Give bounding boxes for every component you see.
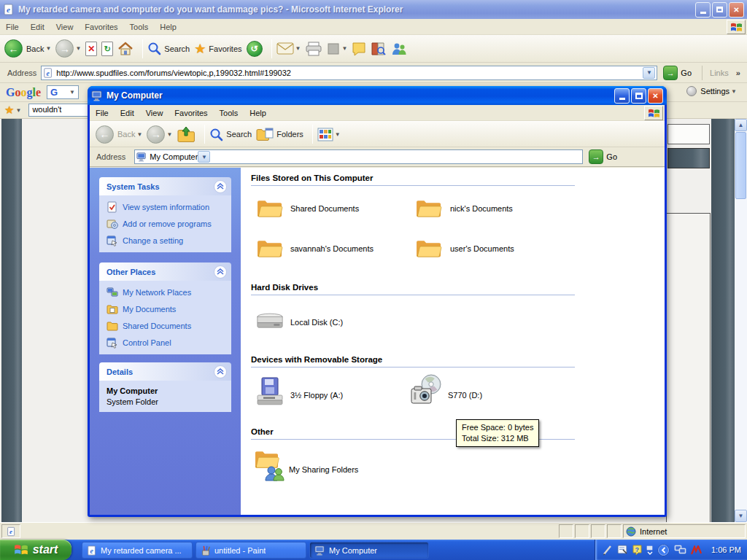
ie-search-button[interactable]: Search <box>147 42 190 55</box>
mc-search-button[interactable]: Search <box>209 128 252 141</box>
mc-address-field[interactable]: My Computer ▼ <box>134 149 583 164</box>
ie-discuss-button[interactable] <box>352 42 366 56</box>
google-search-box[interactable]: G ▼ <box>47 85 79 99</box>
item-label-nicks-documents[interactable]: nick's Documents <box>450 204 513 213</box>
task-link-label[interactable]: Shared Documents <box>123 322 191 330</box>
task-link-label[interactable]: My Network Places <box>123 288 191 297</box>
task-link-change-a-setting[interactable]: Change a setting <box>107 235 227 246</box>
mc-minimize-button[interactable] <box>614 88 630 104</box>
ie-messenger-button[interactable] <box>391 42 407 56</box>
views-dropdown-icon[interactable]: ▼ <box>335 131 341 138</box>
chevron-double-icon[interactable]: » <box>736 69 740 77</box>
taskbar-clock[interactable]: 1:06 PM <box>711 545 741 554</box>
mc-menu-tools[interactable]: Tools <box>214 106 244 120</box>
mc-folders-button[interactable]: Folders <box>256 127 303 141</box>
ie-restore-button[interactable] <box>712 2 727 18</box>
item-label-floppy-a[interactable]: 3½ Floppy (A:) <box>290 391 343 400</box>
item-label-my-sharing-folders[interactable]: My Sharing Folders <box>289 465 358 474</box>
ie-research-button[interactable] <box>371 42 387 56</box>
chevron-up-icon[interactable] <box>214 365 227 378</box>
mc-menu-edit[interactable]: Edit <box>115 106 140 120</box>
help-tray-icon[interactable]: ? <box>632 545 642 555</box>
mc-maximize-button[interactable] <box>631 88 646 104</box>
scrollbar-down-icon[interactable]: ▼ <box>735 510 747 522</box>
item-label-local-disk-c[interactable]: Local Disk (C:) <box>290 318 343 327</box>
ie-refresh-button[interactable]: ↻ <box>101 42 113 56</box>
taskbar-button-my-computer[interactable]: My Computer <box>309 542 429 559</box>
task-link-view-system-information[interactable]: View system information <box>107 201 227 213</box>
scrollbar-thumb[interactable] <box>735 132 746 199</box>
google-dropdown-icon[interactable]: ▼ <box>69 89 75 96</box>
scrollbar-up-icon[interactable]: ▲ <box>735 119 747 131</box>
forward-dropdown-icon[interactable]: ▼ <box>166 131 172 138</box>
mc-views-button[interactable]: ▼ <box>317 128 341 141</box>
ie-scrollbar[interactable]: ▲ ▼ <box>735 119 747 522</box>
address-dropdown-icon[interactable]: ▼ <box>643 67 655 79</box>
ie-home-button[interactable] <box>117 42 133 56</box>
back-dropdown-icon[interactable]: ▼ <box>45 45 51 52</box>
bookmark-dropdown-icon[interactable]: ▼ <box>15 107 21 114</box>
item-label-savannahs-documents[interactable]: savannah's Documents <box>290 244 374 253</box>
forward-dropdown-icon[interactable]: ▼ <box>75 45 81 52</box>
my-computer-titlebar[interactable]: My Computer ✕ <box>88 86 667 105</box>
ie-address-field[interactable]: e http://www.spudfiles.com/forums/viewto… <box>41 66 657 80</box>
item-label-s770-d[interactable]: S770 (D:) <box>448 391 482 400</box>
ie-menu-tools[interactable]: Tools <box>124 20 155 34</box>
stylus-tray-icon[interactable] <box>603 545 613 556</box>
details-header[interactable]: Details <box>99 362 231 381</box>
mc-close-button[interactable]: ✕ <box>648 88 663 104</box>
back-dropdown-icon[interactable]: ▼ <box>136 131 142 138</box>
google-settings-button[interactable]: Settings ▼ <box>686 86 737 96</box>
hard-disk-icon[interactable] <box>255 311 285 330</box>
ie-menu-view[interactable]: View <box>50 20 80 34</box>
task-link-shared-documents[interactable]: Shared Documents <box>107 320 227 332</box>
ie-go-button[interactable]: → Go <box>663 66 692 80</box>
ie-back-button[interactable]: ← Back ▼ <box>4 39 51 58</box>
mc-menu-help[interactable]: Help <box>244 106 272 120</box>
chevron-up-icon[interactable] <box>214 265 227 279</box>
ie-mail-button[interactable]: ▼ <box>276 42 301 55</box>
ie-address-value[interactable]: http://www.spudfiles.com/forums/viewtopi… <box>56 69 643 77</box>
task-link-label[interactable]: Change a setting <box>123 236 183 245</box>
hide-icons-button[interactable] <box>646 545 653 555</box>
mc-address-value[interactable]: My Computer <box>150 152 198 161</box>
folder-icon[interactable] <box>257 197 283 218</box>
folder-icon[interactable] <box>257 237 283 258</box>
ie-menu-favorites[interactable]: Favorites <box>79 20 123 34</box>
item-label-users-documents[interactable]: user's Documents <box>450 244 514 253</box>
start-button[interactable]: start <box>0 540 71 560</box>
mc-forward-button[interactable]: → ▼ <box>147 125 172 144</box>
ie-forward-button[interactable]: → ▼ <box>55 39 81 58</box>
floppy-drive-icon[interactable] <box>255 376 285 407</box>
task-link-label[interactable]: My Documents <box>123 305 176 314</box>
task-link-control-panel[interactable]: Control Panel <box>107 337 227 349</box>
folder-icon[interactable] <box>416 237 442 258</box>
task-link-label[interactable]: Add or remove programs <box>123 219 212 228</box>
task-link-label[interactable]: Control Panel <box>123 338 171 347</box>
mc-menu-file[interactable]: File <box>90 106 115 120</box>
edit-dropdown-icon[interactable]: ▼ <box>341 45 347 52</box>
mc-menu-view[interactable]: View <box>140 106 169 120</box>
address-dropdown-icon[interactable]: ▼ <box>198 151 210 163</box>
tablet-input-tray-icon[interactable] <box>617 545 628 555</box>
ie-history-button[interactable]: ↺ <box>247 41 263 57</box>
mc-up-button[interactable] <box>177 125 196 143</box>
n-status-tray-icon[interactable] <box>691 545 703 555</box>
item-label-shared-documents[interactable]: Shared Documents <box>290 204 359 213</box>
taskbar-button-ie[interactable]: e My retarded camera ... <box>82 542 193 559</box>
task-link-add-remove-programs[interactable]: Add or remove programs <box>107 218 227 230</box>
ie-menu-help[interactable]: Help <box>154 20 182 34</box>
chevron-up-icon[interactable] <box>214 180 227 193</box>
camera-cd-icon[interactable] <box>410 373 444 406</box>
mc-back-button[interactable]: ← Back ▼ <box>96 125 142 144</box>
ie-print-button[interactable] <box>305 42 322 56</box>
task-link-my-network-places[interactable]: My Network Places <box>107 287 227 298</box>
other-places-header[interactable]: Other Places <box>99 262 231 281</box>
ie-menu-file[interactable]: File <box>0 20 25 34</box>
task-link-label[interactable]: View system information <box>123 203 209 211</box>
mc-menu-favorites[interactable]: Favorites <box>169 106 213 120</box>
show-hidden-icons-button[interactable] <box>657 544 670 556</box>
mail-dropdown-icon[interactable]: ▼ <box>295 45 301 52</box>
ie-minimize-button[interactable] <box>695 2 711 18</box>
ie-stop-button[interactable]: ✕ <box>85 42 97 56</box>
